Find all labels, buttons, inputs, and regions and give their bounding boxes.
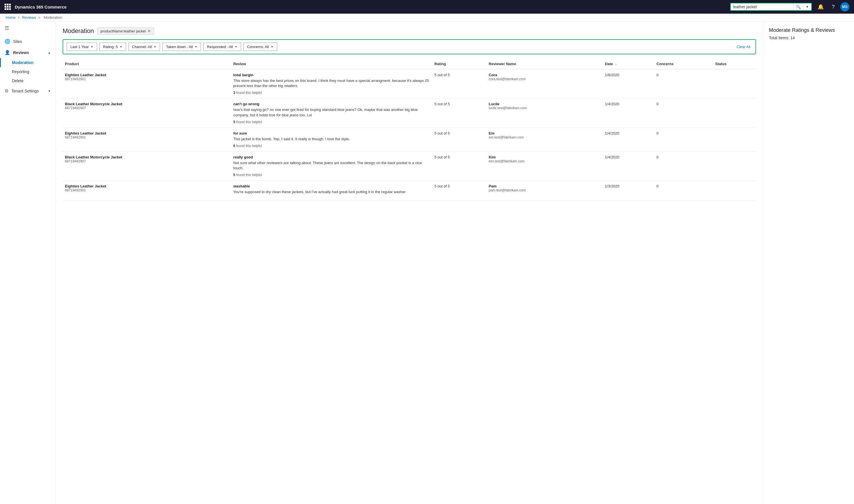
cell-date: 1/4/2020 [603,98,654,127]
cell-rating: 5 out of 5 [432,151,487,180]
gear-icon: ⚙ [4,88,8,94]
product-id: 68719492907 [65,106,229,110]
search-button[interactable]: 🔍 [794,3,803,10]
filter-takendown[interactable]: Taken down : All ▼ [162,43,201,51]
product-tag-text: productName:leather jacket [101,29,146,33]
product-tag-close-button[interactable]: ✕ [147,29,151,33]
col-review: Review [231,59,432,69]
sidebar-item-sites-label: Sites [13,39,22,44]
cell-concerns: 0 [654,98,713,127]
top-nav: Dynamics 365 Commerce 🔍 ▼ 🔔 ? MG [0,0,854,14]
sidebar-item-reporting[interactable]: Reporting [0,67,55,76]
product-name: Black Leather Motorcycle Jacket [65,102,229,106]
sidebar-item-moderation[interactable]: Moderation [0,58,55,67]
product-name: Eighties Leather Jacket [65,131,229,136]
person-icon: 👤 [4,50,10,55]
reviewer-email: lucile.test@fabrikam.com [489,106,600,110]
content-area: Moderation productName:leather jacket ✕ … [56,22,854,504]
cell-product: Eighties Leather Jacket 68719492901 [63,69,231,98]
filter-responded-chevron: ▼ [234,45,238,48]
cell-concerns: 0 [654,151,713,180]
col-date[interactable]: Date ↓ [603,59,654,69]
cell-review: can't go wrong how's that saying go? no … [231,98,432,127]
table-row[interactable]: Black Leather Motorcycle Jacket 68719492… [63,151,756,180]
sidebar-item-delete[interactable]: Delete [0,76,55,85]
col-status: Status [713,59,756,69]
sidebar-item-sites[interactable]: 🌐 Sites [0,36,55,47]
filter-responded[interactable]: Responded : All ▼ [203,43,241,51]
table-row[interactable]: Eighties Leather Jacket 68719492901 for … [63,127,756,151]
sidebar-section: 🌐 Sites 👤 Reviews ▲ Moderation Reporting… [0,35,55,97]
sidebar-item-tenant-settings[interactable]: ⚙ Tenant Settings ▼ [0,85,55,96]
cell-product: Black Leather Motorcycle Jacket 68719492… [63,151,231,180]
cell-review: total bargin This store always has the b… [231,69,432,98]
cell-product: Black Leather Motorcycle Jacket 68719492… [63,98,231,127]
cell-status [713,69,756,98]
helpful-text: 6 found this helpful [233,144,430,148]
cell-reviewer: Pam pam.test@fabrikam.com [487,181,603,200]
reviews-chevron: ▲ [48,51,51,54]
clear-all-button[interactable]: Clear All [735,43,752,51]
notification-icon[interactable]: 🔔 [815,3,826,11]
filter-takendown-chevron: ▼ [194,45,197,48]
helpful-text: 3 found this helpful [233,91,430,95]
sidebar: ☰ 🌐 Sites 👤 Reviews ▲ Moderation Reporti… [0,22,56,504]
cell-product: Eighties Leather Jacket 68719492901 [63,127,231,151]
app-title: Dynamics 365 Commerce [15,4,67,10]
review-title: washable [233,184,430,188]
helpful-text: 5 found this helpful [233,173,430,177]
cell-review: for sure This jacket is the bomb. Yep, I… [231,127,432,151]
cell-concerns: 0 [654,127,713,151]
filter-takendown-label: Taken down : All [166,44,193,49]
breadcrumb-reviews[interactable]: Reviews [22,15,36,20]
cell-date: 1/3/2020 [603,181,654,200]
table-row[interactable]: Eighties Leather Jacket 68719492901 tota… [63,69,756,98]
search-input[interactable] [731,3,794,10]
filters-row: Last 1 Year ▼ Rating: 5 ▼ Channel: All ▼… [63,39,756,54]
filter-concerns-chevron: ▼ [271,45,274,48]
product-name: Eighties Leather Jacket [65,184,229,188]
breadcrumb-home[interactable]: Home [6,15,16,20]
product-filter-tag: productName:leather jacket ✕ [97,27,154,35]
main-content: Moderation productName:leather jacket ✕ … [56,22,763,504]
reviewer-name: Pam [489,184,600,188]
product-name: Eighties Leather Jacket [65,73,229,77]
sidebar-item-delete-label: Delete [12,78,23,83]
review-title: for sure [233,131,430,136]
date-sort-icon: ↓ [615,62,616,66]
reviewer-name: Cora [489,73,600,77]
cell-reviewer: Lucile lucile.test@fabrikam.com [487,98,603,127]
breadcrumb: Home > Reviews > Moderation [0,14,854,22]
filter-time-chevron: ▼ [90,45,93,48]
filter-time[interactable]: Last 1 Year ▼ [67,43,97,51]
table-row[interactable]: Eighties Leather Jacket 68719492901 wash… [63,181,756,200]
filter-concerns-label: Concerns: All [247,44,269,49]
cell-date: 1/4/2020 [603,151,654,180]
breadcrumb-moderation: Moderation [44,15,62,20]
reviewer-email: kim.test@fabrikam.com [489,159,600,163]
right-panel-title: Moderate Ratings & Reviews [769,27,848,33]
tenant-chevron: ▼ [48,89,51,93]
avatar[interactable]: MG [840,2,850,11]
review-body: how's that saying go? no one ever got fi… [233,107,430,118]
cell-rating: 5 out of 5 [432,98,487,127]
filter-channel[interactable]: Channel: All ▼ [128,43,160,51]
cell-rating: 5 out of 5 [432,69,487,98]
filter-responded-label: Responded : All [207,44,233,49]
col-reviewer-name: Reviewer Name [487,59,603,69]
sidebar-item-reviews-label: Reviews [13,50,29,55]
app-grid-icon[interactable] [4,4,11,10]
cell-concerns: 0 [654,181,713,200]
sidebar-item-reviews[interactable]: 👤 Reviews ▲ [0,47,55,58]
search-dropdown-button[interactable]: ▼ [803,3,811,10]
filter-rating[interactable]: Rating: 5 ▼ [99,43,126,51]
review-body: This jacket is the bomb. Yep, I said it.… [233,137,430,142]
table-row[interactable]: Black Leather Motorcycle Jacket 68719492… [63,98,756,127]
filter-concerns[interactable]: Concerns: All ▼ [243,43,277,51]
sidebar-toggle[interactable]: ☰ [0,22,55,35]
help-icon[interactable]: ? [830,3,837,11]
review-body: You're supposed to dry clean these jacke… [233,190,430,195]
reviews-table-container: Product Review Rating Reviewer Name Date… [63,59,756,201]
review-title: total bargin [233,73,430,77]
reviewer-name: Kim [489,155,600,159]
